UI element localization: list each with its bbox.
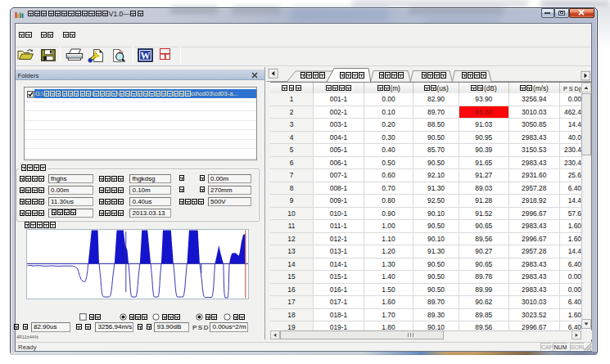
svg-text:W: W <box>141 50 151 61</box>
